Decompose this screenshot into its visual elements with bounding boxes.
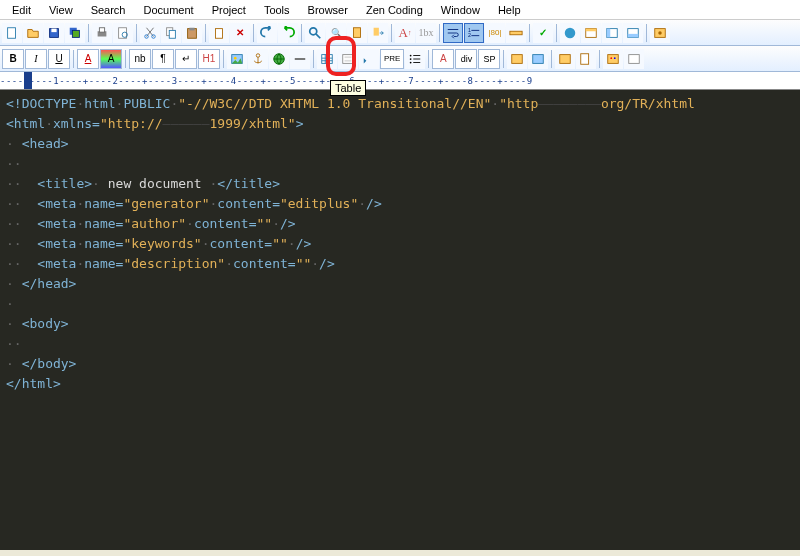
span-button[interactable]: SP	[478, 49, 500, 69]
svg-rect-38	[345, 59, 352, 61]
svg-rect-46	[608, 54, 619, 63]
svg-point-33	[256, 53, 260, 57]
tool-css-icon[interactable]	[507, 49, 527, 69]
svg-rect-6	[99, 27, 104, 31]
svg-rect-49	[629, 54, 640, 63]
svg-point-32	[234, 56, 237, 59]
svg-rect-37	[345, 56, 352, 58]
svg-point-40	[410, 58, 412, 60]
tool-object-icon[interactable]	[555, 49, 575, 69]
font-decrease-icon[interactable]: 1bx	[416, 23, 436, 43]
find-replace-icon[interactable]: 🔍	[326, 23, 346, 43]
browser-view-icon[interactable]	[581, 23, 601, 43]
svg-rect-14	[189, 27, 194, 30]
svg-rect-0	[8, 27, 16, 38]
svg-text:2: 2	[468, 32, 471, 38]
svg-rect-26	[607, 28, 611, 37]
svg-rect-45	[581, 53, 589, 64]
svg-point-22	[565, 27, 576, 38]
anchor-button[interactable]	[248, 49, 268, 69]
svg-rect-24	[586, 28, 597, 31]
paragraph-button[interactable]: ¶	[152, 49, 174, 69]
menu-document[interactable]: Document	[135, 2, 201, 18]
menu-project[interactable]: Project	[204, 2, 254, 18]
svg-rect-17	[354, 27, 361, 37]
indent-button[interactable]	[359, 49, 379, 69]
tool-palette-icon[interactable]	[603, 49, 623, 69]
bookmark-nav-icon[interactable]	[368, 23, 388, 43]
font-button[interactable]: A	[77, 49, 99, 69]
font-color-button[interactable]: A	[100, 49, 122, 69]
html-toolbar: B I U A A nb ¶ ↵ H1 PRE A div SP	[0, 46, 800, 72]
output-icon[interactable]	[623, 23, 643, 43]
bold-button[interactable]: B	[2, 49, 24, 69]
ruler-toggle-icon[interactable]	[506, 23, 526, 43]
tool-last-icon[interactable]	[624, 49, 644, 69]
menu-search[interactable]: Search	[83, 2, 134, 18]
nbsp-button[interactable]: nb	[129, 49, 151, 69]
clipboard-icon[interactable]	[209, 23, 229, 43]
settings-icon[interactable]	[650, 23, 670, 43]
hr-button[interactable]	[290, 49, 310, 69]
line-number-icon[interactable]: 12	[464, 23, 484, 43]
svg-point-39	[410, 54, 412, 56]
svg-rect-12	[169, 30, 175, 38]
search-icon[interactable]	[305, 23, 325, 43]
list-button[interactable]	[405, 49, 425, 69]
svg-rect-21	[510, 31, 522, 35]
svg-point-41	[410, 61, 412, 63]
pre-button[interactable]: PRE	[380, 49, 404, 69]
panel-icon[interactable]	[602, 23, 622, 43]
table-button[interactable]	[317, 49, 337, 69]
svg-point-47	[611, 57, 613, 59]
copy-icon[interactable]	[161, 23, 181, 43]
svg-rect-36	[343, 54, 354, 63]
menu-browser[interactable]: Browser	[300, 2, 356, 18]
underline-button[interactable]: U	[48, 49, 70, 69]
form-button[interactable]	[338, 49, 358, 69]
print-preview-icon[interactable]	[113, 23, 133, 43]
menu-edit[interactable]: Edit	[4, 2, 39, 18]
svg-rect-2	[51, 28, 56, 32]
save-all-icon[interactable]	[65, 23, 85, 43]
close-icon[interactable]: ✕	[230, 23, 250, 43]
image-button[interactable]	[227, 49, 247, 69]
svg-rect-44	[560, 54, 571, 63]
paste-icon[interactable]	[182, 23, 202, 43]
cut-icon[interactable]	[140, 23, 160, 43]
svg-point-16	[310, 27, 317, 34]
svg-rect-42	[512, 54, 523, 63]
svg-rect-43	[533, 54, 544, 63]
menu-zen-coding[interactable]: Zen Coding	[358, 2, 431, 18]
save-icon[interactable]	[44, 23, 64, 43]
tool-template-icon[interactable]	[576, 49, 596, 69]
undo-icon[interactable]	[257, 23, 277, 43]
menu-view[interactable]: View	[41, 2, 81, 18]
menu-window[interactable]: Window	[433, 2, 488, 18]
svg-rect-35	[322, 54, 333, 63]
redo-icon[interactable]	[278, 23, 298, 43]
open-file-icon[interactable]	[23, 23, 43, 43]
heading-button[interactable]: H1	[198, 49, 220, 69]
svg-rect-28	[628, 33, 639, 37]
new-file-icon[interactable]	[2, 23, 22, 43]
check-icon[interactable]: ✓	[533, 23, 553, 43]
code-editor[interactable]: <!DOCTYPE·html·PUBLIC·"-//W3C//DTD XHTML…	[0, 90, 800, 550]
break-button[interactable]: ↵	[175, 49, 197, 69]
svg-rect-15	[216, 28, 223, 38]
wordwrap-icon[interactable]	[443, 23, 463, 43]
char-button[interactable]: A	[432, 49, 454, 69]
menu-tools[interactable]: Tools	[256, 2, 298, 18]
bookmark-icon[interactable]	[347, 23, 367, 43]
tool-script-icon[interactable]	[528, 49, 548, 69]
ruler-scale: ----+----1----+----2----+----3----+----4…	[0, 72, 533, 90]
print-icon[interactable]	[92, 23, 112, 43]
font-increase-icon[interactable]: A↑	[395, 23, 415, 43]
column-marker-icon[interactable]: |80|	[485, 23, 505, 43]
svg-rect-18	[374, 27, 379, 35]
browser-ie-icon[interactable]	[560, 23, 580, 43]
menu-help[interactable]: Help	[490, 2, 529, 18]
link-button[interactable]	[269, 49, 289, 69]
italic-button[interactable]: I	[25, 49, 47, 69]
div-button[interactable]: div	[455, 49, 477, 69]
